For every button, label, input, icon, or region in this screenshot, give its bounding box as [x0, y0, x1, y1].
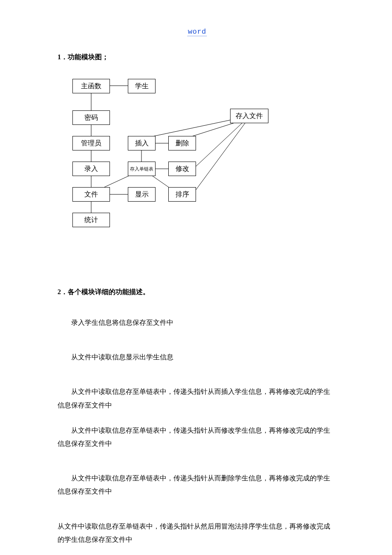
desc-p6-line1: 从文件中读取信息存至单链表中，传递头指针从然后用冒泡法排序学生信息，再将修改完成 — [58, 523, 330, 530]
box-delete: 删除 — [168, 136, 196, 150]
box-insert: 插入 — [128, 136, 156, 150]
box-input: 录入 — [72, 162, 110, 176]
box-sort: 排序 — [168, 187, 196, 202]
desc-p4: 从文件中读取信息存至单链表中，传递头指针从而修改学生信息，再将修改完成的学生 信… — [58, 424, 337, 450]
desc-p5-line1: 从文件中读取信息存至单链表中，传递头指针从而删除学生信息，再将修改完成的学生 — [58, 471, 337, 485]
desc-p1: 录入学生信息将信息保存至文件中 — [58, 316, 337, 329]
function-module-diagram: 主函数 学生 密码 存入文件 管理员 插入 删除 录入 存入单链表 修改 文件 … — [72, 79, 311, 249]
desc-p5-line2: 信息保存至文件中 — [58, 488, 112, 495]
box-admin: 管理员 — [72, 136, 110, 150]
svg-line-13 — [192, 121, 239, 136]
desc-p6-line2: 的学生信息保存至文件中 — [58, 536, 133, 543]
desc-p2: 从文件中读取信息显示出学生信息 — [58, 350, 337, 364]
section-2-title: 2．各个模块详细的功能描述。 — [58, 288, 337, 297]
desc-p6: 从文件中读取信息存至单链表中，传递头指针从然后用冒泡法排序学生信息，再将修改完成… — [58, 520, 337, 546]
box-password: 密码 — [72, 110, 110, 125]
svg-line-7 — [104, 174, 132, 187]
box-show: 显示 — [128, 187, 156, 202]
svg-line-15 — [196, 123, 245, 190]
box-linkedlist: 存入单链表 — [128, 162, 156, 176]
header-link-text: word — [187, 28, 207, 36]
box-student: 学生 — [128, 79, 156, 93]
box-main: 主函数 — [72, 79, 110, 93]
svg-line-12 — [153, 119, 233, 136]
desc-p3: 从文件中读取信息存至单链表中，传递头指针从而插入学生信息，再将修改完成的学生 信… — [58, 385, 337, 411]
desc-p4-line2: 信息保存至文件中 — [58, 440, 112, 447]
desc-p3-line2: 信息保存至文件中 — [58, 402, 112, 409]
svg-line-14 — [196, 122, 243, 166]
desc-p3-line1: 从文件中读取信息存至单链表中，传递头指针从而插入学生信息，再将修改完成的学生 — [58, 385, 337, 398]
desc-p5: 从文件中读取信息存至单链表中，传递头指针从而删除学生信息，再将修改完成的学生 信… — [58, 471, 337, 498]
box-stats: 统计 — [72, 213, 110, 227]
box-savefile: 存入文件 — [230, 109, 268, 123]
svg-line-10 — [153, 176, 170, 188]
desc-p4-line1: 从文件中读取信息存至单链表中，传递头指针从而修改学生信息，再将修改完成的学生 — [58, 424, 337, 437]
section-1-title: 1．功能模块图； — [58, 53, 337, 62]
box-file: 文件 — [72, 187, 110, 202]
box-modify: 修改 — [168, 162, 196, 176]
header-link[interactable]: word — [58, 28, 337, 36]
